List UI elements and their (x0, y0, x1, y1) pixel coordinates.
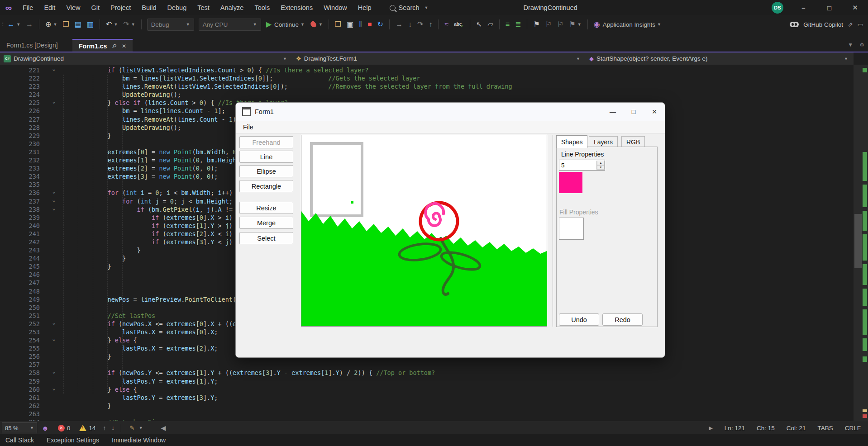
pause-icon[interactable]: ‖ (358, 18, 363, 31)
form1-title-bar[interactable]: Form1 — □ ✕ (236, 103, 665, 121)
code-line[interactable]: 224 UpdateDrawing(); (0, 91, 854, 99)
project-dropdown[interactable]: C# DrawingContinued ▼ (0, 52, 292, 65)
fold-chevron-icon[interactable]: ⌄ (47, 197, 61, 203)
type-dropdown[interactable]: ❖ DrawingTest.Form1 ▼ (292, 52, 586, 65)
next-bookmark-icon[interactable]: ⚐ (556, 18, 565, 31)
menu-item-debug[interactable]: Debug (162, 0, 192, 15)
tab-options-icon[interactable]: ⚙ (859, 42, 864, 48)
line-button[interactable]: Line (239, 151, 293, 163)
menu-item-project[interactable]: Project (105, 0, 136, 15)
undo-button[interactable]: Undo (559, 313, 599, 326)
spell-check-icon[interactable]: abc✓ (453, 18, 465, 31)
select-button[interactable]: Select (239, 232, 293, 244)
column-position[interactable]: Col: 21 (787, 425, 806, 432)
error-count[interactable]: ✕ 0 (58, 425, 71, 432)
comment-lines-icon[interactable]: ≣ (514, 18, 522, 31)
document-outline-icon[interactable]: ▱ (486, 18, 494, 31)
code-line[interactable]: 259 lastPos.Y = extremes[1].Y; (0, 378, 854, 386)
open-file-icon[interactable]: ❒ (61, 18, 70, 31)
panel-tab-shapes[interactable]: Shapes (556, 135, 587, 148)
code-line[interactable]: 262 } (0, 402, 854, 410)
panel-tab-call-stack[interactable]: Call Stack (0, 434, 39, 446)
breakpoints-window-icon[interactable]: ▣ (345, 18, 355, 31)
line-ending[interactable]: CRLF (845, 425, 861, 432)
panel-tab-layers[interactable]: Layers (589, 136, 618, 147)
share-icon[interactable]: ⇗ (848, 21, 853, 28)
fill-color-swatch[interactable] (559, 218, 584, 240)
pin-icon[interactable]: ⚲ (111, 43, 118, 50)
code-line[interactable]: 257 (0, 361, 854, 369)
toolbar-drag-handle[interactable]: ⁞⁞ (2, 22, 3, 27)
tab-list-chevron-icon[interactable]: ▼ (848, 42, 853, 48)
resize-button[interactable]: Resize (239, 202, 293, 214)
menu-item-extensions[interactable]: Extensions (275, 0, 318, 15)
menu-item-git[interactable]: Git (86, 0, 105, 15)
form-maximize-button[interactable]: □ (623, 103, 644, 121)
fold-chevron-icon[interactable]: ⌄ (47, 188, 61, 195)
hot-reload-icon[interactable]: ▼ (309, 18, 324, 31)
scrollbar-thumb[interactable] (854, 214, 862, 268)
diagnostics-icon[interactable]: ≈ (443, 18, 450, 31)
form-close-button[interactable]: ✕ (644, 103, 665, 121)
menu-item-build[interactable]: Build (136, 0, 162, 15)
code-line[interactable]: 221⌄ if (listView1.SelectedIndices.Count… (0, 66, 854, 75)
navigate-forward-icon[interactable]: → (24, 18, 34, 31)
menu-item-view[interactable]: View (61, 0, 86, 15)
fold-chevron-icon[interactable]: ⌄ (47, 385, 61, 391)
tab-form1-cs[interactable]: Form1.cs⚲✕ (72, 39, 133, 52)
prev-bookmark-icon[interactable]: ⚐ (544, 18, 553, 31)
code-line[interactable]: 260⌄ } else { (0, 386, 854, 394)
collapse-panel-icon[interactable]: ◀ (161, 424, 166, 432)
code-line[interactable]: 261 lastPos.Y = extremes[3].Y; (0, 394, 854, 402)
clear-bookmarks-icon[interactable]: ⚑▼ (568, 18, 582, 31)
prev-issue-icon[interactable]: ↑ (103, 424, 106, 432)
expand-icon[interactable]: ▶ (709, 425, 712, 431)
fold-chevron-icon[interactable]: ⌄ (47, 66, 61, 72)
line-position[interactable]: Ln: 121 (725, 425, 745, 432)
feedback-person-icon[interactable]: ☻ (42, 424, 49, 432)
save-icon[interactable]: ▤ (73, 18, 83, 31)
fold-chevron-icon[interactable]: ⌄ (47, 319, 61, 326)
redo-icon[interactable]: ↷▼ (122, 18, 136, 31)
selection-icon[interactable]: ↖ (475, 18, 483, 31)
bookmark-icon[interactable]: ⚑ (532, 18, 541, 31)
restart-icon[interactable]: ↻ (376, 18, 385, 31)
menu-item-test[interactable]: Test (192, 0, 215, 15)
menu-item-tools[interactable]: Tools (249, 0, 275, 15)
panel-tab-rgb[interactable]: RGB (621, 136, 645, 147)
fold-chevron-icon[interactable]: ⌄ (47, 368, 61, 375)
step-into-icon[interactable]: ↓ (407, 18, 413, 31)
line-indent-icon[interactable]: ≡ (504, 18, 511, 31)
tab-form1-cs-design-[interactable]: Form1.cs [Design] (0, 39, 64, 52)
add-item-icon[interactable]: ⊕▼ (44, 18, 58, 31)
warning-count[interactable]: 14 (79, 425, 95, 432)
menu-item-file[interactable]: File (17, 0, 38, 15)
redo-button[interactable]: Redo (602, 313, 643, 326)
char-position[interactable]: Ch: 15 (757, 425, 775, 432)
github-copilot-icon[interactable] (790, 22, 799, 27)
find-in-files-icon[interactable]: ❒ (334, 18, 343, 31)
combo-debug[interactable]: Debug▼ (147, 19, 194, 31)
indent-mode[interactable]: TABS (817, 425, 833, 432)
line-color-swatch[interactable] (559, 172, 582, 193)
close-tab-icon[interactable]: ✕ (122, 43, 126, 49)
fold-chevron-icon[interactable]: ⌄ (47, 336, 61, 342)
stop-icon[interactable]: ■ (366, 18, 373, 31)
panel-tab-exception-settings[interactable]: Exception Settings (41, 434, 105, 446)
copilot-label[interactable]: GitHub Copilot (803, 21, 843, 28)
code-cleanup-icon[interactable]: ✎▼ (129, 424, 143, 432)
next-issue-icon[interactable]: ↓ (111, 424, 114, 432)
member-dropdown[interactable]: ◆ StartShape(object? sender, EventArgs e… (586, 52, 854, 65)
combo-any-cpu[interactable]: Any CPU▼ (199, 19, 261, 31)
show-next-statement-icon[interactable]: → (394, 18, 404, 31)
restore-button[interactable]: □ (816, 0, 842, 15)
ellipse-button[interactable]: Ellipse (239, 165, 293, 177)
code-line[interactable]: 263 (0, 410, 854, 418)
menu-item-help[interactable]: Help (353, 0, 377, 15)
line-width-stepper[interactable]: 5 ▲ ▼ (559, 160, 605, 171)
search-box[interactable]: Search ▼ (390, 4, 429, 11)
drawing-canvas[interactable] (301, 135, 547, 327)
navigate-back-icon[interactable]: ←▼ (6, 18, 22, 31)
menu-item-window[interactable]: Window (318, 0, 353, 15)
undo-icon[interactable]: ↶▼ (105, 18, 119, 31)
